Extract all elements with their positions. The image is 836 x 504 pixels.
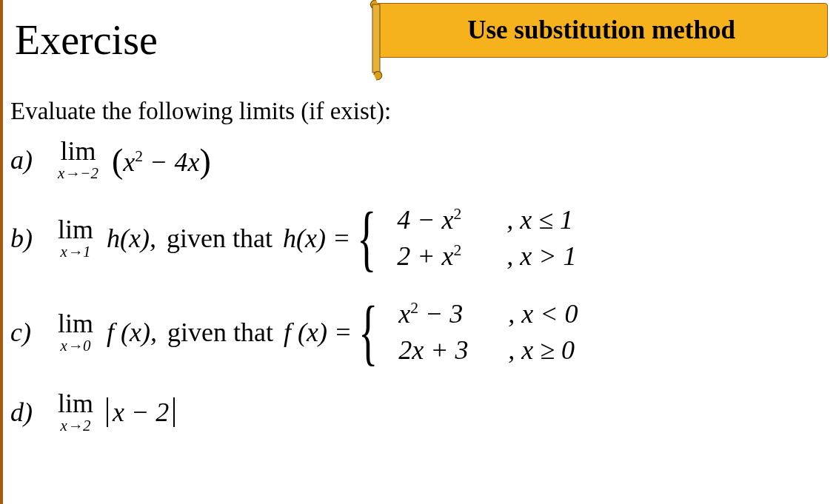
cases-c: x2 − 3 , x < 0 2x + 3 , x ≥ 0 bbox=[398, 296, 578, 368]
lim-word: lim bbox=[58, 390, 93, 417]
brace-icon: { bbox=[357, 209, 376, 268]
expr-c: f (x), bbox=[107, 317, 157, 348]
case-b-1-lhs: 4 − x2 bbox=[397, 202, 501, 238]
brace-icon: { bbox=[358, 303, 378, 362]
page-title: Exercise bbox=[15, 16, 158, 64]
scroll-decoration bbox=[368, 0, 384, 83]
case-c-1-lhs: x2 − 3 bbox=[398, 296, 502, 332]
problem-list: a) lim x→−2 (x2 − 4x) b) lim x→1 h(x), g… bbox=[10, 138, 825, 454]
abs-expr: x − 2 bbox=[107, 397, 175, 427]
problem-a-label: a) bbox=[10, 144, 44, 175]
intro-text: Evaluate the following limits (if exist)… bbox=[10, 98, 391, 125]
problem-d: d) lim x→2 x − 2 bbox=[10, 390, 825, 434]
open-paren: ( bbox=[112, 142, 123, 180]
case-c-1-cond: , x < 0 bbox=[508, 296, 578, 332]
case-b-2-cond: , x > 1 bbox=[506, 238, 576, 275]
given-text-b: given that bbox=[167, 223, 272, 254]
expr-d: x − 2 bbox=[107, 397, 175, 428]
lim-sub: x→1 bbox=[61, 244, 91, 260]
case-c-2-lhs: 2x + 3 bbox=[398, 332, 502, 369]
problem-b: b) lim x→1 h(x), given that h(x) = { 4 −… bbox=[10, 202, 825, 274]
case-b-2: 2 + x2 , x > 1 bbox=[397, 238, 576, 275]
expr-body: x2 − 4x bbox=[123, 147, 199, 177]
piecewise-b: { 4 − x2 , x ≤ 1 2 + x2 , x > 1 bbox=[357, 202, 576, 274]
limit-b: lim x→1 bbox=[58, 216, 93, 260]
case-c-1: x2 − 3 , x < 0 bbox=[398, 296, 578, 332]
piecewise-c: { x2 − 3 , x < 0 2x + 3 , x ≥ 0 bbox=[358, 296, 578, 368]
fn-def-b: h(x) = bbox=[283, 223, 357, 254]
slide: Exercise Use substitution method Evaluat… bbox=[0, 0, 836, 504]
limit-d: lim x→2 bbox=[58, 390, 93, 434]
case-b-1: 4 − x2 , x ≤ 1 bbox=[397, 202, 576, 238]
svg-rect-0 bbox=[372, 4, 380, 73]
problem-a: a) lim x→−2 (x2 − 4x) bbox=[10, 138, 825, 181]
problem-c: c) lim x→0 f (x), given that f (x) = { x… bbox=[10, 296, 825, 368]
lim-word: lim bbox=[60, 138, 96, 164]
cases-b: 4 − x2 , x ≤ 1 2 + x2 , x > 1 bbox=[397, 202, 576, 274]
lim-word: lim bbox=[58, 216, 93, 243]
problem-b-label: b) bbox=[10, 223, 44, 254]
problem-c-label: c) bbox=[10, 317, 44, 348]
case-b-2-lhs: 2 + x2 bbox=[397, 238, 501, 275]
case-c-2: 2x + 3 , x ≥ 0 bbox=[398, 332, 578, 369]
case-c-2-cond: , x ≥ 0 bbox=[508, 332, 575, 369]
hint-banner: Use substitution method bbox=[375, 3, 828, 58]
expr-a: (x2 − 4x) bbox=[112, 140, 211, 179]
fn-def-c: f (x) = bbox=[284, 317, 358, 348]
lim-sub: x→0 bbox=[61, 338, 91, 354]
close-paren: ) bbox=[199, 142, 210, 180]
lim-word: lim bbox=[58, 310, 93, 337]
limit-c: lim x→0 bbox=[58, 310, 93, 354]
hint-banner-text: Use substitution method bbox=[467, 16, 735, 45]
expr-b: h(x), bbox=[107, 223, 156, 254]
lim-sub: x→2 bbox=[61, 418, 91, 434]
limit-a: lim x→−2 bbox=[58, 138, 98, 181]
problem-d-label: d) bbox=[10, 397, 44, 428]
case-b-1-cond: , x ≤ 1 bbox=[506, 202, 573, 238]
given-text-c: given that bbox=[167, 317, 273, 348]
lim-sub: x→−2 bbox=[58, 166, 98, 181]
